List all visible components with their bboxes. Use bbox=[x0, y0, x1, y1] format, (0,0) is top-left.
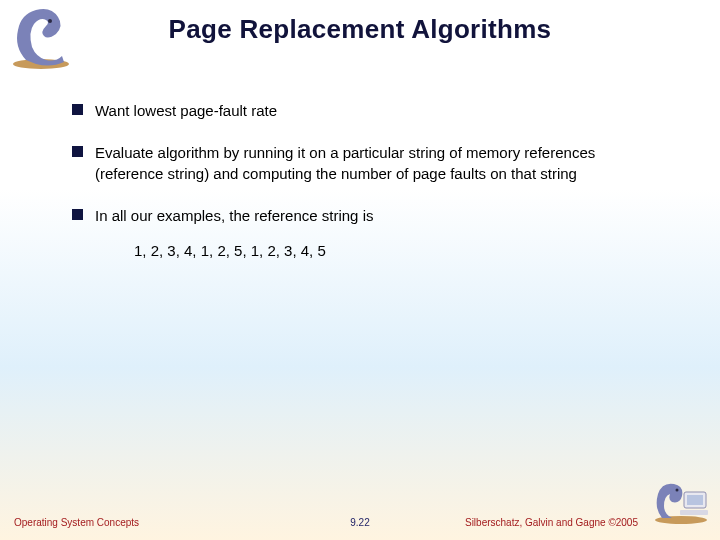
bullet-text: In all our examples, the reference strin… bbox=[95, 206, 373, 226]
svg-point-6 bbox=[676, 489, 679, 492]
bullet-item: Evaluate algorithm by running it on a pa… bbox=[72, 143, 648, 184]
slide-title: Page Replacement Algorithms bbox=[0, 0, 720, 45]
dinosaur-mascot-icon bbox=[6, 2, 76, 70]
bullet-item: In all our examples, the reference strin… bbox=[72, 206, 648, 226]
bullet-text: Want lowest page-fault rate bbox=[95, 101, 277, 121]
svg-point-1 bbox=[48, 19, 52, 23]
footer-page-number: 9.22 bbox=[350, 517, 369, 528]
svg-rect-4 bbox=[687, 495, 703, 505]
svg-rect-5 bbox=[680, 510, 708, 515]
bullet-square-icon bbox=[72, 209, 83, 220]
reference-string: 1, 2, 3, 4, 1, 2, 5, 1, 2, 3, 4, 5 bbox=[134, 242, 648, 259]
bullet-square-icon bbox=[72, 146, 83, 157]
bullet-square-icon bbox=[72, 104, 83, 115]
bullet-text: Evaluate algorithm by running it on a pa… bbox=[95, 143, 648, 184]
footer-right: Silberschatz, Galvin and Gagne ©2005 bbox=[465, 517, 638, 528]
footer-left: Operating System Concepts bbox=[14, 517, 139, 528]
bullet-item: Want lowest page-fault rate bbox=[72, 101, 648, 121]
content-area: Want lowest page-fault rate Evaluate alg… bbox=[72, 101, 648, 259]
